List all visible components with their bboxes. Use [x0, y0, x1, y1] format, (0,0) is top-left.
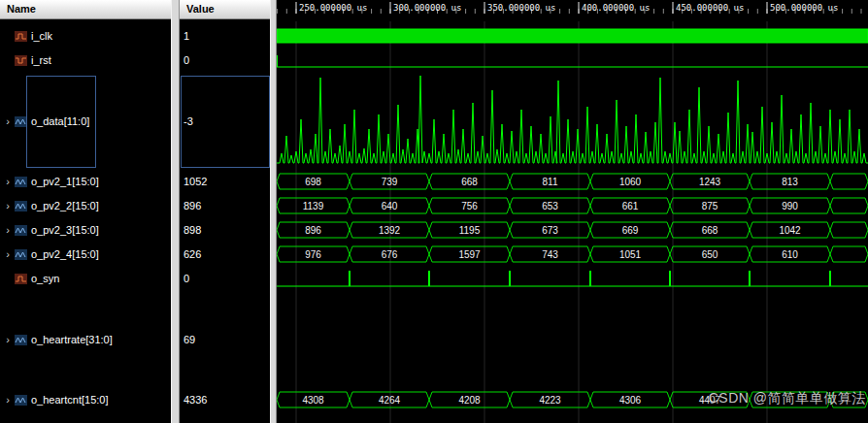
expander-icon[interactable]: › — [3, 198, 13, 213]
signal-name: o_heartcnt[15:0] — [31, 394, 109, 406]
signal-name: o_heartrate[31:0] — [31, 334, 113, 345]
bus-signal-icon — [15, 177, 27, 187]
svg-text:698: 698 — [305, 177, 321, 187]
bus-signal-icon — [15, 395, 27, 406]
svg-text:1243: 1243 — [699, 177, 721, 187]
signal-row-o_heartcnt[interactable]: › o_heartcnt[15:0] — [0, 392, 171, 407]
value-column-label: Value — [186, 3, 215, 15]
signal-row-o_pv2_2[interactable]: › o_pv2_2[15:0] — [0, 198, 171, 213]
watermark-text: CSDN @简简单单做算法 — [709, 390, 866, 407]
waveform-svg: 250.000000 us300.000000 us350.000000 us4… — [277, 0, 868, 423]
svg-text:450.000000 us: 450.000000 us — [676, 3, 744, 13]
signal-name: o_data[11:0] — [31, 115, 89, 127]
name-column-header[interactable]: Name — [0, 0, 171, 19]
signal-name: o_pv2_1[15:0] — [31, 176, 99, 187]
signal-row-i_clk[interactable]: i_clk — [0, 28, 171, 44]
expander-icon[interactable]: › — [3, 174, 13, 189]
signal-name: o_syn — [31, 273, 59, 284]
svg-text:4264: 4264 — [379, 395, 401, 406]
svg-text:400.000000 us: 400.000000 us — [582, 3, 650, 13]
signal-value: 1052 — [184, 174, 207, 189]
svg-text:653: 653 — [542, 201, 558, 212]
svg-text:300.000000 us: 300.000000 us — [393, 3, 461, 13]
svg-text:610: 610 — [782, 249, 798, 260]
svg-text:1392: 1392 — [379, 225, 401, 236]
svg-text:250.000000 us: 250.000000 us — [299, 3, 367, 13]
expander-icon[interactable]: › — [3, 332, 13, 347]
svg-text:668: 668 — [461, 177, 478, 187]
signal-value: 896 — [184, 198, 201, 213]
svg-text:1597: 1597 — [458, 249, 481, 260]
signal-name: i_clk — [31, 30, 52, 42]
signal-row-o_pv2_1[interactable]: › o_pv2_1[15:0] — [0, 174, 171, 189]
bus-signal-icon — [15, 335, 27, 345]
svg-text:739: 739 — [382, 177, 398, 187]
bus-signal-icon — [15, 116, 27, 127]
svg-text:500.000000 us: 500.000000 us — [770, 3, 838, 13]
column-splitter[interactable] — [171, 0, 180, 423]
svg-text:1139: 1139 — [303, 201, 324, 212]
signal-row-o_pv2_4[interactable]: › o_pv2_4[15:0] — [0, 246, 171, 262]
panel-splitter[interactable] — [270, 0, 277, 423]
signal-name: o_pv2_2[15:0] — [31, 200, 99, 212]
waveform-canvas[interactable]: 250.000000 us300.000000 us350.000000 us4… — [277, 0, 868, 423]
signal-value: 4336 — [184, 392, 207, 407]
svg-text:650: 650 — [702, 249, 718, 260]
svg-text:673: 673 — [542, 225, 558, 236]
signal-row-i_rst[interactable]: i_rst — [0, 52, 171, 68]
signal-name: o_pv2_4[15:0] — [31, 248, 99, 260]
svg-text:669: 669 — [622, 225, 639, 236]
signal-row-o_heartrate[interactable]: › o_heartrate[31:0] — [0, 332, 171, 347]
svg-text:676: 676 — [382, 249, 398, 260]
svg-text:813: 813 — [782, 177, 798, 187]
svg-text:1060: 1060 — [619, 177, 642, 187]
expander-icon[interactable]: › — [3, 222, 13, 238]
svg-text:756: 756 — [461, 201, 478, 212]
svg-text:350.000000 us: 350.000000 us — [487, 3, 555, 13]
waveform-viewer-window: i_clk i_rst › o_data[11:0] › o_pv2_1[15:… — [0, 0, 868, 423]
signal-value: 898 — [184, 222, 201, 238]
svg-text:4223: 4223 — [539, 395, 561, 406]
svg-text:661: 661 — [622, 201, 639, 212]
bit-signal-icon — [15, 274, 27, 284]
expander-icon[interactable]: › — [3, 246, 13, 262]
svg-text:1042: 1042 — [779, 225, 801, 236]
svg-text:4306: 4306 — [619, 395, 642, 406]
svg-text:668: 668 — [702, 225, 718, 236]
svg-text:875: 875 — [702, 201, 718, 212]
svg-text:990: 990 — [782, 201, 798, 212]
expander-icon[interactable]: › — [3, 114, 13, 129]
signal-name: i_rst — [31, 54, 51, 66]
svg-text:4308: 4308 — [302, 395, 324, 406]
signal-value: 69 — [184, 332, 195, 347]
selection-outline-value — [181, 76, 270, 168]
svg-text:4208: 4208 — [458, 395, 481, 406]
signal-value: 626 — [184, 246, 201, 262]
name-column-label: Name — [7, 3, 36, 15]
signal-value: 0 — [184, 271, 189, 286]
svg-text:640: 640 — [382, 201, 398, 212]
signal-name: o_pv2_3[15:0] — [31, 224, 99, 236]
bit-signal-icon — [15, 55, 27, 66]
bus-signal-icon — [15, 249, 27, 260]
signal-row-o_pv2_3[interactable]: › o_pv2_3[15:0] — [0, 222, 171, 238]
signal-row-o_data[interactable]: › o_data[11:0] — [0, 114, 171, 129]
names-panel: i_clk i_rst › o_data[11:0] › o_pv2_1[15:… — [0, 0, 171, 423]
expander-icon[interactable]: › — [3, 392, 13, 407]
bus-signal-icon — [15, 225, 27, 236]
svg-text:976: 976 — [305, 249, 321, 260]
bit-signal-icon — [15, 31, 27, 42]
value-column-header[interactable]: Value — [180, 0, 270, 19]
bus-signal-icon — [15, 201, 27, 212]
signal-value: 0 — [184, 52, 189, 68]
svg-text:811: 811 — [543, 177, 558, 187]
svg-text:1051: 1051 — [619, 249, 642, 260]
signal-value: -3 — [184, 114, 193, 129]
svg-text:743: 743 — [542, 249, 558, 260]
svg-text:1195: 1195 — [459, 225, 481, 236]
signal-row-o_syn[interactable]: o_syn — [0, 271, 171, 286]
signal-value: 1 — [184, 28, 189, 44]
svg-text:896: 896 — [305, 225, 321, 236]
